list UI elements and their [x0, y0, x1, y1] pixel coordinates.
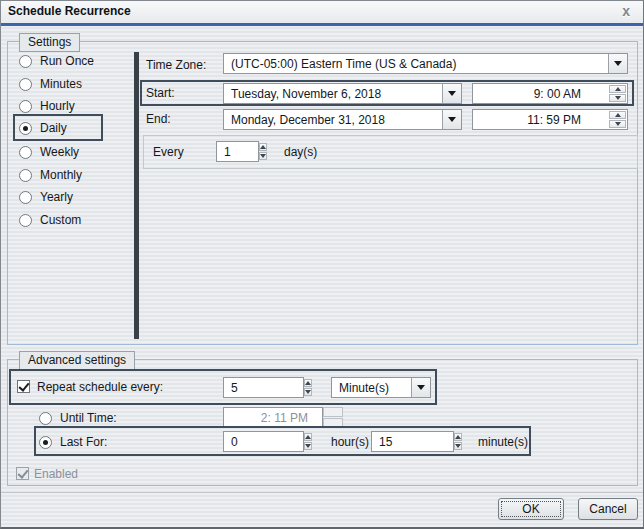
repeat-interval-value: 5	[224, 381, 303, 395]
spinner-up-icon	[323, 407, 343, 417]
time-zone-combobox[interactable]: (UTC-05:00) Eastern Time (US & Canada)	[223, 53, 628, 74]
end-date-picker[interactable]: Monday, December 31, 2018	[223, 109, 462, 130]
last-for-hours-spinner[interactable]	[304, 433, 312, 450]
spinner-up-icon[interactable]	[304, 433, 312, 441]
spinner-up-icon[interactable]	[454, 433, 462, 441]
last-for-label: Last For:	[60, 435, 107, 449]
radio-weekly[interactable]: Weekly	[19, 144, 79, 160]
vertical-separator	[134, 52, 139, 339]
last-for-hours-value: 0	[224, 435, 303, 449]
radio-icon[interactable]	[19, 146, 32, 159]
spinner-up-icon[interactable]	[259, 143, 267, 151]
radio-icon[interactable]	[19, 100, 32, 113]
start-time-spinner[interactable]	[609, 85, 626, 102]
chevron-down-icon[interactable]	[442, 110, 461, 129]
enabled-checkbox	[16, 467, 29, 480]
radio-label: Run Once	[40, 54, 94, 68]
radio-label: Weekly	[40, 145, 79, 159]
minutes-unit-label: minute(s)	[478, 435, 528, 449]
radio-icon-selected[interactable]	[19, 122, 32, 135]
radio-last-for[interactable]: Last For:	[39, 434, 107, 450]
radio-label: Daily	[40, 121, 67, 135]
start-date-picker[interactable]: Tuesday, November 6, 2018	[223, 83, 462, 104]
radio-label: Yearly	[40, 190, 73, 204]
radio-icon[interactable]	[39, 412, 52, 425]
repeat-unit-value: Minute(s)	[332, 381, 411, 395]
end-time-value: 11: 59 PM	[473, 113, 609, 127]
chevron-down-icon[interactable]	[411, 378, 430, 397]
until-time-spinner-disabled	[323, 407, 343, 428]
every-days-spinner[interactable]	[259, 143, 267, 160]
chevron-down-icon[interactable]	[442, 84, 461, 103]
spinner-up-icon[interactable]	[609, 85, 626, 93]
spinner-up-icon[interactable]	[609, 111, 626, 119]
every-days-value: 1	[217, 145, 258, 159]
end-time-spinner[interactable]	[609, 111, 626, 128]
end-time-field[interactable]: 11: 59 PM	[472, 109, 628, 130]
radio-label: Monthly	[40, 168, 82, 182]
radio-icon-selected[interactable]	[39, 436, 52, 449]
last-for-minutes-input[interactable]: 15	[371, 431, 454, 452]
close-icon[interactable]: x	[619, 3, 633, 19]
repeat-checkbox[interactable]	[17, 380, 30, 393]
radio-icon[interactable]	[19, 78, 32, 91]
end-date-value: Monday, December 31, 2018	[224, 113, 442, 127]
until-time-field: 2: 11 PM	[223, 407, 323, 428]
footer-divider	[1, 492, 643, 493]
radio-custom[interactable]: Custom	[19, 212, 81, 228]
hours-unit-label: hour(s)	[331, 435, 369, 449]
chevron-down-icon[interactable]	[608, 54, 627, 73]
last-for-minutes-spinner[interactable]	[454, 433, 462, 450]
repeat-label: Repeat schedule every:	[37, 380, 163, 394]
radio-hourly[interactable]: Hourly	[19, 98, 75, 114]
radio-label: Custom	[40, 213, 81, 227]
radio-minutes[interactable]: Minutes	[19, 76, 82, 92]
spinner-down-icon[interactable]	[454, 442, 462, 450]
start-time-value: 9: 00 AM	[473, 87, 609, 101]
every-label: Every	[153, 145, 184, 159]
start-time-field[interactable]: 9: 00 AM	[472, 83, 628, 104]
until-time-value: 2: 11 PM	[224, 411, 322, 425]
start-date-value: Tuesday, November 6, 2018	[224, 87, 442, 101]
repeat-unit-combobox[interactable]: Minute(s)	[331, 377, 431, 398]
spinner-down-icon[interactable]	[259, 152, 267, 160]
until-time-label: Until Time:	[60, 411, 117, 425]
radio-icon[interactable]	[19, 191, 32, 204]
schedule-recurrence-dialog: Schedule Recurrence x Settings Run Once …	[0, 0, 644, 529]
time-zone-label: Time Zone:	[146, 58, 206, 72]
end-label: End:	[146, 112, 171, 126]
last-for-minutes-value: 15	[372, 435, 453, 449]
radio-icon[interactable]	[19, 214, 32, 227]
radio-monthly[interactable]: Monthly	[19, 167, 82, 183]
enabled-label: Enabled	[34, 467, 78, 481]
ok-button[interactable]: OK	[498, 498, 564, 520]
radio-run-once[interactable]: Run Once	[19, 53, 94, 69]
spinner-down-icon[interactable]	[304, 442, 312, 450]
radio-until-time[interactable]: Until Time:	[39, 410, 117, 426]
radio-yearly[interactable]: Yearly	[19, 189, 73, 205]
time-zone-value: (UTC-05:00) Eastern Time (US & Canada)	[224, 57, 608, 71]
advanced-settings-group-label: Advanced settings	[19, 351, 135, 370]
window-title: Schedule Recurrence	[8, 4, 131, 18]
spinner-down-icon[interactable]	[609, 94, 626, 102]
radio-icon[interactable]	[19, 55, 32, 68]
cancel-button[interactable]: Cancel	[578, 498, 638, 520]
radio-label: Hourly	[40, 99, 75, 113]
spinner-down-icon[interactable]	[304, 388, 312, 396]
every-unit-label: day(s)	[284, 145, 317, 159]
repeat-interval-spinner[interactable]	[304, 379, 312, 396]
repeat-interval-input[interactable]: 5	[223, 377, 304, 398]
every-days-input[interactable]: 1	[216, 141, 259, 162]
radio-daily[interactable]: Daily	[19, 120, 67, 136]
title-bar[interactable]: Schedule Recurrence x	[1, 1, 643, 26]
radio-label: Minutes	[40, 77, 82, 91]
last-for-hours-input[interactable]: 0	[223, 431, 304, 452]
settings-group-label: Settings	[19, 33, 80, 52]
start-label: Start:	[146, 86, 175, 100]
radio-icon[interactable]	[19, 169, 32, 182]
spinner-up-icon[interactable]	[304, 379, 312, 387]
spinner-down-icon[interactable]	[609, 120, 626, 128]
